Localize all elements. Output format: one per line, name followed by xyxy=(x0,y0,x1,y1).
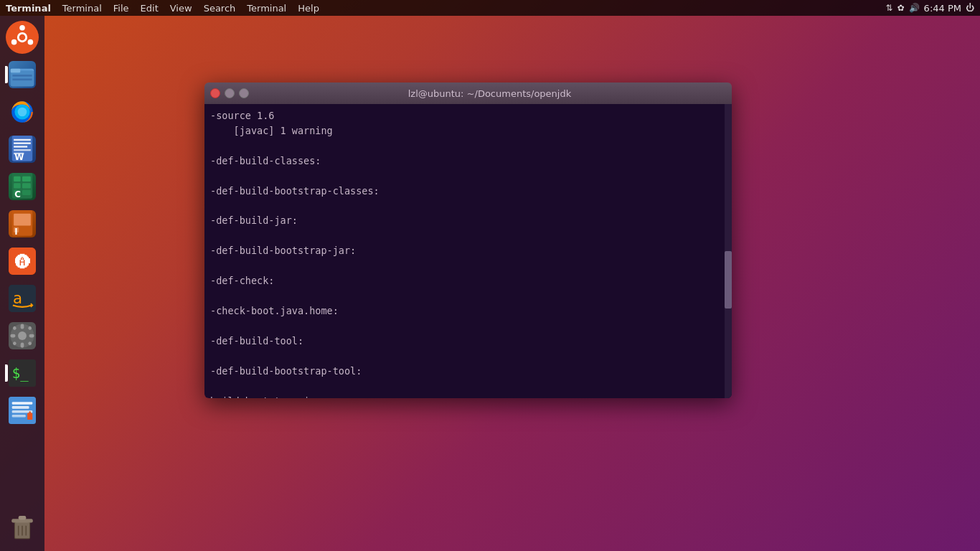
minimize-button[interactable] xyxy=(225,88,235,98)
dock-item-libreoffice-writer[interactable]: W xyxy=(5,132,39,166)
svg-rect-9 xyxy=(12,78,32,80)
scrollbar[interactable] xyxy=(725,104,732,398)
dock-item-text-editor[interactable] xyxy=(5,393,39,428)
dock-item-file-manager[interactable] xyxy=(5,57,39,92)
svg-rect-14 xyxy=(14,139,31,141)
svg-rect-50 xyxy=(12,406,29,409)
top-menu-bar: Terminal Terminal File Edit View Search … xyxy=(0,0,980,16)
system-settings-icon xyxy=(9,322,36,349)
close-button[interactable] xyxy=(210,88,220,98)
dock-item-system-settings[interactable] xyxy=(5,319,39,353)
svg-rect-8 xyxy=(12,75,32,77)
scrollbar-thumb[interactable] xyxy=(725,251,732,309)
menu-edit[interactable]: Edit xyxy=(135,0,164,16)
ubuntu-logo xyxy=(6,21,39,54)
menu-file[interactable]: File xyxy=(108,0,135,16)
menu-help[interactable]: Help xyxy=(292,0,325,16)
svg-rect-7 xyxy=(11,69,21,72)
svg-point-4 xyxy=(11,39,17,45)
firefox-icon xyxy=(9,98,36,126)
svg-text:🅐: 🅐 xyxy=(15,253,31,271)
svg-rect-54 xyxy=(29,411,31,415)
dock-item-terminal[interactable]: $_ xyxy=(5,356,39,390)
clock-display: 6:44 PM xyxy=(924,3,961,14)
svg-rect-24 xyxy=(22,183,31,188)
svg-rect-39 xyxy=(21,343,24,348)
application-dock: W C I xyxy=(0,16,44,551)
svg-rect-23 xyxy=(14,183,21,188)
svg-rect-49 xyxy=(12,402,33,405)
bluetooth-icon[interactable]: ✿ xyxy=(897,3,905,13)
terminal-body[interactable]: -source 1.6 [javac] 1 warning -def-build… xyxy=(204,104,732,398)
active-indicator xyxy=(5,364,8,382)
active-indicator xyxy=(5,66,8,83)
app-name-label: Terminal xyxy=(0,3,57,14)
svg-text:I: I xyxy=(14,227,17,237)
svg-rect-16 xyxy=(14,146,27,147)
text-editor-icon xyxy=(9,397,36,424)
svg-point-12 xyxy=(18,108,27,117)
libreoffice-impress-icon: I xyxy=(9,210,36,237)
libreoffice-writer-icon: W xyxy=(9,136,36,163)
trash-icon xyxy=(9,514,36,542)
top-bar-right: ⇅ ✿ 🔊 6:44 PM ⏻ xyxy=(885,3,980,14)
svg-rect-41 xyxy=(29,334,34,338)
svg-text:W: W xyxy=(14,152,24,162)
terminal-title: lzl@ubuntu: ~/Documents/openjdk xyxy=(253,88,726,99)
menu-bar-left: Terminal Terminal File Edit View Search … xyxy=(0,0,325,16)
dock-item-libreoffice-impress[interactable]: I xyxy=(5,207,39,241)
dock-item-ubuntu-home[interactable] xyxy=(5,20,39,55)
power-icon[interactable]: ⏻ xyxy=(966,3,974,13)
svg-text:$_: $_ xyxy=(12,365,29,382)
dock-item-amazon[interactable]: a xyxy=(5,281,39,316)
libreoffice-calc-icon: C xyxy=(9,173,36,200)
terminal-output: -source 1.6 [javac] 1 warning -def-build… xyxy=(210,108,726,398)
dock-item-trash[interactable] xyxy=(5,511,39,545)
maximize-button[interactable] xyxy=(239,88,249,98)
network-icon[interactable]: ⇅ xyxy=(885,3,892,13)
svg-point-2 xyxy=(19,25,25,31)
svg-rect-57 xyxy=(19,516,27,519)
svg-rect-21 xyxy=(14,176,21,182)
file-manager-icon xyxy=(9,61,36,88)
menu-terminal[interactable]: Terminal xyxy=(57,0,108,16)
svg-text:a: a xyxy=(13,289,22,307)
dock-item-software-center[interactable]: 🅐 xyxy=(5,244,39,278)
svg-point-37 xyxy=(18,331,27,340)
svg-text:C: C xyxy=(14,189,21,199)
menu-terminal2[interactable]: Terminal xyxy=(241,0,292,16)
terminal-dock-icon: $_ xyxy=(9,359,36,387)
software-center-icon: 🅐 xyxy=(9,248,36,275)
menu-view[interactable]: View xyxy=(164,0,198,16)
volume-icon[interactable]: 🔊 xyxy=(909,3,920,13)
terminal-window: lzl@ubuntu: ~/Documents/openjdk -source … xyxy=(204,83,732,398)
svg-rect-22 xyxy=(22,176,31,182)
amazon-icon: a xyxy=(9,285,36,312)
svg-rect-40 xyxy=(10,334,15,338)
svg-rect-38 xyxy=(21,324,24,329)
svg-rect-26 xyxy=(22,190,31,195)
dock-item-libreoffice-calc[interactable]: C xyxy=(5,169,39,204)
svg-rect-52 xyxy=(12,415,26,418)
svg-rect-17 xyxy=(14,149,31,151)
menu-search[interactable]: Search xyxy=(198,0,242,16)
svg-rect-15 xyxy=(14,143,31,144)
dock-item-firefox[interactable] xyxy=(5,95,39,129)
terminal-titlebar: lzl@ubuntu: ~/Documents/openjdk xyxy=(204,83,732,104)
svg-point-3 xyxy=(28,39,34,45)
svg-rect-29 xyxy=(14,214,31,226)
